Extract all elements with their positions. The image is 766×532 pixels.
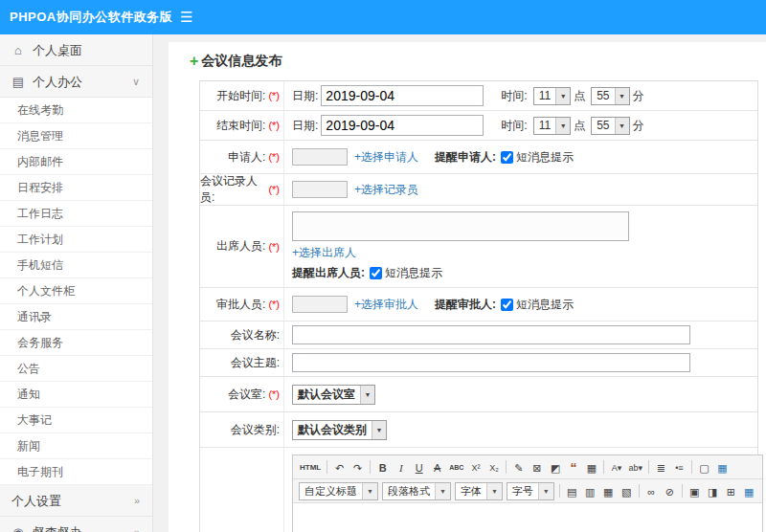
html-source-icon[interactable]: HTML: [298, 458, 323, 476]
meeting-room-select[interactable]: 默认会议室▼: [292, 385, 375, 405]
start-hour-select[interactable]: 11▼: [533, 87, 571, 105]
sidebar-item-e-journal[interactable]: 电子期刊: [0, 459, 152, 485]
form-row-end-time: 结束时间: (*) 日期: 时间: 11▼ 点 55▼ 分: [200, 111, 757, 141]
font-family-select[interactable]: 字体▼: [455, 482, 503, 500]
field-content: +选择申请人 提醒申请人: 短消息提示: [284, 141, 757, 173]
form-row-start-time: 开始时间: (*) 日期: 时间: 11▼ 点 55▼ 分: [200, 81, 757, 111]
sidebar-item-memorabilia[interactable]: 大事记: [0, 408, 152, 433]
select-recorder-link[interactable]: +选择记录员: [354, 182, 418, 198]
superscript-icon[interactable]: X²: [467, 458, 484, 476]
sidebar-section-label: 个人桌面: [33, 43, 82, 57]
sidebar-item-file-cabinet[interactable]: 个人文件柜: [0, 278, 152, 304]
bold-icon[interactable]: B: [374, 458, 391, 476]
end-date-input[interactable]: [321, 115, 484, 136]
strikethrough-icon[interactable]: A: [429, 458, 445, 476]
recorder-input[interactable]: [292, 181, 348, 198]
subscript-icon[interactable]: X₂: [485, 458, 502, 476]
eraser-icon[interactable]: ⊠: [529, 458, 545, 476]
required-mark: (*): [268, 184, 280, 195]
sms-remind-checkbox[interactable]: [501, 151, 513, 164]
select-applicant-link[interactable]: +选择申请人: [354, 149, 418, 166]
link-icon[interactable]: ∞: [643, 482, 660, 499]
attendees-textarea[interactable]: [292, 211, 629, 241]
add-icon: +: [190, 51, 198, 72]
sidebar-item-attendance[interactable]: 在线考勤: [0, 98, 152, 123]
align-left-icon[interactable]: ▤: [564, 482, 580, 499]
dropdown-arrow-icon: ▼: [435, 483, 450, 499]
align-right-icon[interactable]: ▦: [600, 482, 617, 499]
sidebar-item-work-plan[interactable]: 工作计划: [0, 227, 152, 253]
color-palette-icon[interactable]: ◩: [547, 458, 563, 476]
sidebar-item-meeting-service[interactable]: 会务服务: [0, 330, 152, 356]
sms-remind-checkbox[interactable]: [370, 267, 382, 279]
heading-style-select[interactable]: 自定义标题▼: [299, 482, 378, 500]
approver-input[interactable]: [292, 296, 348, 313]
blockquote-icon[interactable]: “: [565, 458, 581, 476]
remind-approver-label: 提醒审批人:: [435, 297, 496, 313]
field-label: 会议主题:: [200, 349, 284, 376]
dropdown-arrow-icon: ▼: [372, 421, 386, 439]
table-icon[interactable]: ⊞: [723, 482, 739, 499]
editor-content-area[interactable]: [293, 503, 762, 532]
sidebar-item-notice[interactable]: 通知: [0, 382, 152, 408]
format-brush-icon[interactable]: ✎: [510, 458, 527, 476]
sidebar-section-settings[interactable]: 个人设置 »: [0, 485, 152, 517]
meeting-name-input[interactable]: [292, 325, 690, 344]
align-justify-icon[interactable]: ▧: [619, 482, 635, 499]
minute-suffix: 分: [633, 118, 644, 134]
sidebar-section-desktop[interactable]: ⌂个人桌面: [0, 34, 152, 66]
paragraph-format-select[interactable]: 段落格式▼: [382, 482, 451, 500]
spellcheck-icon[interactable]: ABC: [447, 458, 465, 476]
media-icon[interactable]: ◨: [705, 482, 721, 499]
toolbar-separator: [648, 460, 649, 474]
start-date-input[interactable]: [321, 85, 484, 106]
sidebar-item-schedule[interactable]: 日程安排: [0, 175, 152, 201]
underline-icon[interactable]: U: [411, 458, 427, 476]
unlink-icon[interactable]: ⊘: [662, 482, 678, 499]
page-break-icon[interactable]: ▢: [696, 458, 712, 476]
image-icon[interactable]: ▣: [687, 482, 703, 499]
unordered-list-icon[interactable]: •≡: [671, 458, 687, 476]
redo-icon[interactable]: ↷: [349, 458, 366, 476]
meeting-room-value: 默认会议室: [298, 387, 355, 403]
applicant-input[interactable]: [292, 148, 348, 166]
sidebar-item-announcement[interactable]: 公告: [0, 356, 152, 382]
form-row-meeting-room: 会议室: (*) 默认会议室▼: [200, 377, 757, 412]
ordered-list-icon[interactable]: ≣: [653, 458, 669, 476]
start-minute-select[interactable]: 55▼: [591, 87, 629, 105]
sidebar-section-supervise[interactable]: ◉督查督办 »: [0, 517, 152, 532]
sidebar-item-message-mgmt[interactable]: 消息管理: [0, 123, 152, 149]
rich-text-editor: HTML ↶ ↷ B I U A ABC X² X₂ ✎: [292, 454, 763, 532]
sidebar-item-contacts[interactable]: 通讯录: [0, 304, 152, 330]
meeting-type-select[interactable]: 默认会议类别▼: [292, 420, 387, 440]
font-color-icon[interactable]: A▾: [608, 458, 624, 476]
sidebar-item-sms[interactable]: 手机短信: [0, 253, 152, 278]
select-attendees-link[interactable]: +选择出席人: [292, 245, 356, 261]
sidebar-item-news[interactable]: 新闻: [0, 433, 152, 459]
font-size-value: 字号: [512, 484, 533, 499]
minute-value: 55: [597, 119, 609, 132]
field-content: +选择出席人 提醒出席人员: 短消息提示: [284, 206, 757, 287]
label-text: 会议名称:: [231, 327, 280, 344]
toolbar-separator: [639, 484, 640, 498]
sms-remind-checkbox[interactable]: [501, 299, 513, 311]
grid-view-icon[interactable]: ▦: [741, 482, 757, 499]
align-center-icon[interactable]: ▥: [582, 482, 598, 499]
font-size-select[interactable]: 字号▼: [507, 482, 554, 500]
select-approver-link[interactable]: +选择审批人: [354, 297, 418, 313]
highlight-color-icon[interactable]: ab▾: [626, 458, 644, 476]
required-mark: (*): [268, 388, 280, 400]
meeting-subject-input[interactable]: [292, 353, 690, 372]
office-icon: ▤: [11, 66, 25, 98]
insert-frame-icon[interactable]: ▦: [583, 458, 599, 476]
time-label: 时间:: [501, 118, 527, 134]
fullscreen-icon[interactable]: ▦: [714, 458, 731, 476]
italic-icon[interactable]: I: [393, 458, 409, 476]
sidebar-section-office[interactable]: ▤个人办公 ∨: [0, 66, 152, 98]
sidebar-item-work-log[interactable]: 工作日志: [0, 201, 152, 227]
menu-icon[interactable]: ☰: [180, 0, 192, 34]
undo-icon[interactable]: ↶: [331, 458, 348, 476]
end-minute-select[interactable]: 55▼: [591, 117, 629, 135]
sidebar-item-internal-mail[interactable]: 内部邮件: [0, 149, 152, 175]
end-hour-select[interactable]: 11▼: [533, 117, 571, 135]
